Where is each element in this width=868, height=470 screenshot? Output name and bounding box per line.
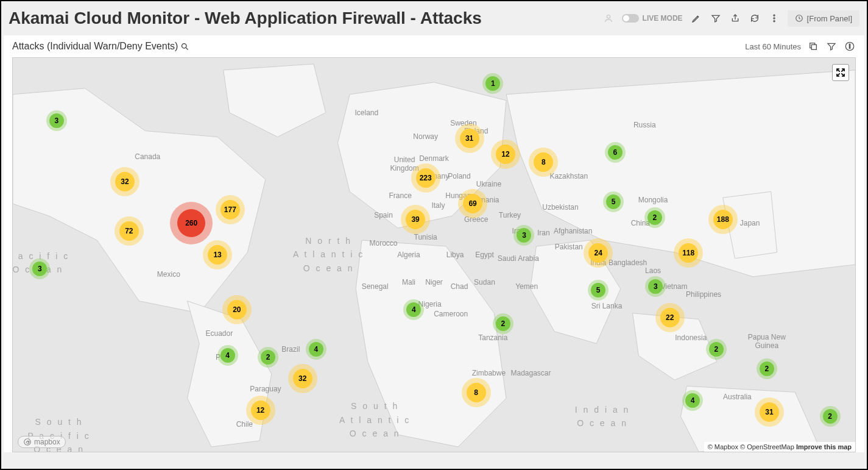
- cluster-marker[interactable]: 118: [679, 243, 698, 263]
- edit-icon[interactable]: [690, 12, 702, 24]
- fullscreen-button[interactable]: [832, 64, 849, 81]
- cluster-marker[interactable]: 12: [496, 144, 515, 164]
- cluster-marker[interactable]: 2: [760, 361, 774, 376]
- cluster-marker[interactable]: 3: [32, 262, 47, 276]
- cluster-marker[interactable]: 5: [606, 194, 621, 209]
- cluster-marker[interactable]: 4: [685, 393, 700, 408]
- svg-point-11: [24, 439, 31, 446]
- toggle-switch-icon: [622, 14, 639, 23]
- user-icon: [602, 12, 615, 24]
- panel-title: Attacks (Individual Warn/Deny Events): [12, 41, 189, 52]
- cluster-marker[interactable]: 4: [309, 342, 323, 357]
- refresh-icon[interactable]: [749, 12, 761, 24]
- time-range-label: Last 60 Minutes: [745, 42, 801, 51]
- cluster-marker[interactable]: 260: [177, 209, 205, 237]
- more-icon[interactable]: [768, 12, 780, 24]
- cluster-marker[interactable]: 22: [660, 308, 680, 327]
- cluster-marker[interactable]: 39: [406, 210, 425, 229]
- cluster-marker[interactable]: 2: [823, 409, 838, 424]
- cluster-marker[interactable]: 24: [588, 243, 608, 263]
- cluster-marker[interactable]: 3: [49, 113, 64, 128]
- live-mode-toggle[interactable]: LIVE MODE: [622, 14, 683, 23]
- cluster-marker[interactable]: 20: [227, 300, 247, 319]
- panel: Attacks (Individual Warn/Deny Events) La…: [4, 35, 864, 452]
- cluster-marker[interactable]: 3: [517, 228, 531, 243]
- cluster-marker[interactable]: 8: [467, 383, 486, 402]
- svg-point-9: [849, 44, 850, 45]
- cluster-marker[interactable]: 13: [208, 245, 227, 265]
- world-map[interactable]: P a c i f i c O c e a nN o r t h A t l a…: [12, 57, 856, 452]
- cluster-marker[interactable]: 177: [221, 200, 240, 219]
- cluster-marker[interactable]: 2: [261, 350, 275, 365]
- improve-map-link[interactable]: Improve this map: [796, 443, 852, 450]
- cluster-marker[interactable]: 32: [293, 369, 312, 388]
- svg-point-2: [774, 18, 775, 19]
- cluster-marker[interactable]: 72: [119, 221, 139, 241]
- from-panel-label: [From Panel]: [807, 14, 852, 23]
- cluster-marker[interactable]: 4: [406, 302, 421, 317]
- panel-filter-icon[interactable]: [825, 40, 838, 52]
- cluster-marker[interactable]: 2: [709, 342, 724, 357]
- cluster-marker[interactable]: 31: [460, 129, 479, 148]
- toolbar: LIVE MODE [From Panel]: [602, 10, 859, 27]
- cluster-marker[interactable]: 188: [713, 210, 733, 229]
- panel-meta: Last 60 Minutes: [745, 40, 856, 52]
- cluster-marker[interactable]: 2: [647, 210, 662, 225]
- filter-icon[interactable]: [710, 12, 722, 24]
- svg-point-0: [607, 15, 610, 18]
- page-header: Akamai Cloud Monitor - Web Application F…: [1, 1, 867, 35]
- cluster-marker[interactable]: 8: [534, 152, 553, 172]
- cluster-marker[interactable]: 223: [416, 168, 436, 188]
- time-range-selector[interactable]: [From Panel]: [788, 10, 859, 27]
- cluster-marker[interactable]: 12: [251, 401, 270, 420]
- page-title: Akamai Cloud Monitor - Web Application F…: [9, 9, 482, 28]
- map-attribution: © Mapbox © OpenStreetMap Improve this ma…: [704, 442, 855, 452]
- cluster-marker[interactable]: 69: [463, 194, 482, 213]
- cluster-marker[interactable]: 31: [760, 402, 779, 422]
- cluster-marker[interactable]: 32: [115, 172, 135, 191]
- svg-point-5: [182, 43, 187, 48]
- svg-point-3: [774, 21, 775, 22]
- info-icon[interactable]: [844, 40, 856, 52]
- cluster-marker[interactable]: 6: [608, 145, 623, 160]
- copy-icon[interactable]: [807, 40, 819, 52]
- mapbox-logo[interactable]: mapbox: [18, 436, 66, 448]
- cluster-marker[interactable]: 3: [648, 279, 663, 294]
- cluster-marker[interactable]: 4: [221, 348, 235, 363]
- share-icon[interactable]: [729, 12, 741, 24]
- svg-point-1: [774, 15, 775, 16]
- panel-header: Attacks (Individual Warn/Deny Events) La…: [4, 35, 864, 57]
- live-mode-label: LIVE MODE: [643, 14, 683, 23]
- map-base-svg: [13, 58, 855, 452]
- cluster-marker[interactable]: 1: [485, 76, 500, 91]
- svg-rect-6: [811, 45, 816, 49]
- cluster-marker[interactable]: 2: [496, 316, 510, 331]
- svg-rect-8: [849, 46, 850, 49]
- cluster-marker[interactable]: 5: [591, 283, 605, 297]
